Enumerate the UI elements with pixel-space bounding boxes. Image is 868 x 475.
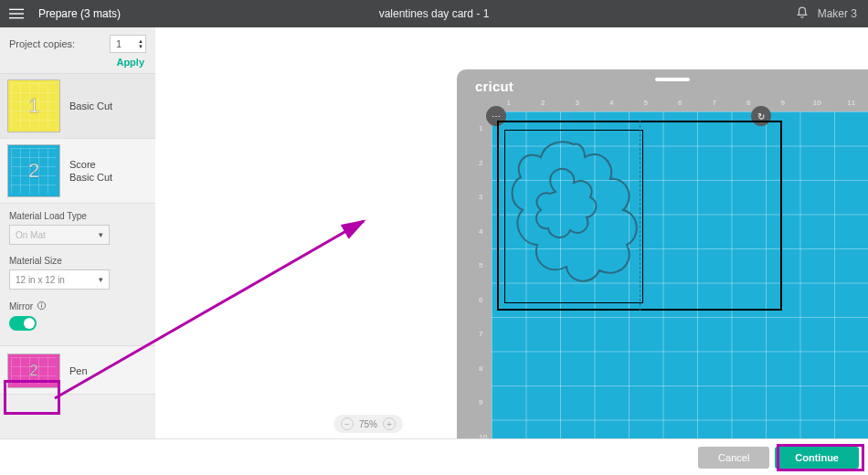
svg-rect-0: [9, 9, 24, 10]
brand-logo: cricut: [475, 79, 513, 94]
chevron-down-icon: ▾: [99, 275, 103, 284]
mat-thumb-icon: 2: [7, 144, 60, 197]
continue-button[interactable]: Continue: [775, 447, 859, 469]
mat-thumb-icon: 2: [7, 354, 60, 388]
sidebar: Project copies: 1 ▲▼ Apply 1 Basic Cut 2…: [0, 27, 155, 438]
copies-label: Project copies:: [9, 38, 75, 49]
apply-button[interactable]: Apply: [0, 57, 155, 73]
zoom-control: − 75% +: [333, 415, 403, 433]
fold-line: [640, 121, 640, 311]
mat-tab-icon: [637, 69, 708, 85]
cancel-button[interactable]: Cancel: [698, 447, 769, 469]
zoom-level: 75%: [359, 419, 377, 429]
svg-rect-1: [9, 13, 24, 14]
mat-label: Score Basic Cut: [69, 158, 112, 185]
footer: Cancel Continue: [0, 438, 868, 475]
menu-icon[interactable]: [0, 0, 33, 27]
page-title: Prepare (3 mats): [33, 7, 121, 20]
chevron-down-icon: ▾: [99, 230, 103, 239]
svg-rect-2: [9, 17, 24, 18]
load-type-label: Material Load Type: [9, 211, 146, 221]
size-label: Material Size: [9, 256, 146, 266]
mat-thumb-icon: 1: [7, 79, 60, 132]
cut-design[interactable]: [508, 137, 640, 300]
zoom-in-button[interactable]: +: [383, 417, 396, 430]
mirror-label: Mirror: [9, 301, 33, 311]
canvas[interactable]: cricut 1234567891011 12345678910 2627282…: [155, 27, 868, 438]
mirror-toggle[interactable]: [9, 316, 37, 331]
mat-item-3[interactable]: 2 Pen: [0, 346, 155, 395]
bell-icon[interactable]: [796, 6, 809, 22]
mat-label: Pen: [69, 364, 88, 377]
top-bar: Prepare (3 mats) valentines day card - 1…: [0, 0, 868, 27]
machine-label[interactable]: Maker 3: [818, 7, 857, 20]
mat-label: Basic Cut: [69, 100, 112, 112]
size-select[interactable]: 12 in x 12 in▾: [9, 269, 110, 290]
load-type-select: On Mat▾: [9, 225, 110, 245]
project-name: valentines day card - 1: [379, 7, 490, 20]
zoom-out-button[interactable]: −: [341, 417, 354, 430]
mat-item-2[interactable]: 2 Score Basic Cut: [0, 139, 155, 204]
ruler-horizontal: 1234567891011: [492, 99, 868, 111]
stepper-icon[interactable]: ▲▼: [138, 38, 143, 49]
info-icon[interactable]: [37, 301, 47, 312]
ruler-vertical: 12345678910: [479, 111, 492, 438]
cutting-mat: cricut 1234567891011 12345678910 2627282…: [457, 69, 868, 438]
mat-item-1[interactable]: 1 Basic Cut: [0, 74, 155, 139]
copies-input[interactable]: 1 ▲▼: [110, 35, 146, 53]
